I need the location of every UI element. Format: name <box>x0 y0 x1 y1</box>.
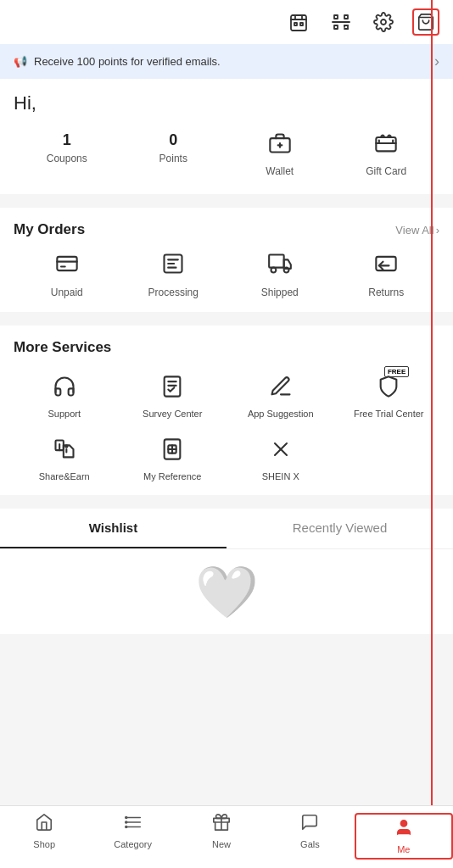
nav-category[interactable]: Category <box>88 813 176 860</box>
coupons-stat[interactable]: 1 Coupons <box>14 131 120 164</box>
nav-new[interactable]: New <box>177 813 266 860</box>
settings-icon[interactable] <box>370 8 397 36</box>
wallet-icon <box>268 131 292 160</box>
svg-point-26 <box>271 268 276 273</box>
unpaid-label: Unpaid <box>51 287 83 298</box>
gals-icon <box>300 813 319 837</box>
unpaid-order[interactable]: Unpaid <box>14 252 120 298</box>
free-badge: FREE <box>384 366 409 377</box>
gift-card-label: Gift Card <box>366 165 406 177</box>
tabs-section: Wishlist Recently Viewed 🤍 <box>0 509 453 634</box>
services-grid: Support Survey Center App Su <box>14 370 439 481</box>
tab-wishlist[interactable]: Wishlist <box>0 509 226 548</box>
orders-section: My Orders View All › Unpaid <box>0 208 453 312</box>
survey-center-icon <box>155 370 189 403</box>
bag-icon[interactable] <box>412 8 439 36</box>
processing-icon <box>161 252 185 281</box>
svg-point-27 <box>283 268 288 273</box>
shipped-label: Shipped <box>261 287 299 298</box>
survey-center-service[interactable]: Survey Center <box>122 370 224 419</box>
my-reference-service[interactable]: My Reference <box>122 432 224 481</box>
svg-point-35 <box>65 445 67 447</box>
me-icon <box>394 818 413 842</box>
svg-point-45 <box>125 817 126 819</box>
tab-recently-viewed[interactable]: Recently Viewed <box>226 509 453 548</box>
nav-me[interactable]: Me <box>355 813 453 860</box>
nav-gals[interactable]: Gals <box>266 813 354 860</box>
svg-point-48 <box>400 821 406 826</box>
orders-header: My Orders View All › <box>14 221 439 238</box>
share-earn-label: Share&Earn <box>39 471 90 481</box>
points-stat[interactable]: 0 Points <box>120 131 227 164</box>
app-suggestion-label: App Suggestion <box>248 409 314 419</box>
processing-order[interactable]: Processing <box>120 252 227 298</box>
survey-center-label: Survey Center <box>143 409 202 419</box>
stats-row: 1 Coupons 0 Points Wallet <box>14 131 439 177</box>
banner-content: 📢 Receive 100 points for verified emails… <box>14 55 221 68</box>
services-section: More Services Support <box>0 326 453 495</box>
svg-rect-16 <box>377 137 396 151</box>
nav-shop[interactable]: Shop <box>0 813 88 860</box>
scan-icon[interactable] <box>327 8 355 36</box>
support-icon <box>48 370 81 403</box>
app-suggestion-icon <box>264 370 298 403</box>
nav-shop-label: Shop <box>33 839 55 849</box>
svg-rect-4 <box>294 23 297 25</box>
free-trial-icon-wrapper: FREE <box>372 370 405 403</box>
bottom-nav: Shop Category New <box>0 805 453 868</box>
my-reference-icon <box>155 432 189 466</box>
gift-card-stat[interactable]: Gift Card <box>333 131 440 177</box>
returns-order[interactable]: Returns <box>333 252 440 298</box>
wallet-stat[interactable]: Wallet <box>226 131 333 177</box>
svg-point-47 <box>125 826 126 828</box>
gift-card-icon <box>374 131 398 160</box>
shein-x-label: SHEIN X <box>262 471 299 481</box>
shein-x-service[interactable]: SHEIN X <box>230 432 332 481</box>
wallet-label: Wallet <box>266 165 294 177</box>
my-reference-label: My Reference <box>143 471 201 481</box>
svg-point-11 <box>381 19 386 25</box>
wishlist-content: 🤍 <box>0 549 453 634</box>
banner-chevron-icon: › <box>434 53 439 70</box>
speaker-icon: 📢 <box>14 55 27 68</box>
svg-rect-5 <box>300 23 303 25</box>
home-icon <box>35 813 53 837</box>
svg-point-46 <box>125 821 126 823</box>
promo-banner[interactable]: 📢 Receive 100 points for verified emails… <box>0 44 453 79</box>
support-service[interactable]: Support <box>14 370 115 419</box>
top-header <box>0 0 453 44</box>
svg-rect-21 <box>57 257 76 270</box>
orders-title: My Orders <box>14 221 85 238</box>
nav-category-label: Category <box>114 839 152 849</box>
shein-x-icon <box>264 432 298 466</box>
banner-message: Receive 100 points for verified emails. <box>34 55 221 68</box>
svg-rect-25 <box>269 255 284 268</box>
services-header: More Services <box>14 339 439 356</box>
share-earn-service[interactable]: Share&Earn <box>14 432 115 481</box>
calendar-icon[interactable] <box>285 8 312 36</box>
shipped-icon <box>268 252 292 281</box>
profile-section: Hi, 1 Coupons 0 Points Wallet <box>0 79 453 194</box>
app-suggestion-service[interactable]: App Suggestion <box>230 370 332 419</box>
free-trial-center-service[interactable]: FREE Free Trial Center <box>338 370 440 419</box>
unpaid-icon <box>55 252 79 281</box>
coupons-label: Coupons <box>47 153 87 164</box>
coupons-count: 1 <box>63 131 71 149</box>
shipped-order[interactable]: Shipped <box>226 252 333 298</box>
services-title: More Services <box>14 339 111 356</box>
new-icon <box>212 813 231 837</box>
category-icon <box>124 813 143 837</box>
view-all-link[interactable]: View All › <box>395 224 439 236</box>
svg-rect-30 <box>165 376 181 396</box>
processing-label: Processing <box>148 287 199 298</box>
empty-wishlist-heart-icon: 🤍 <box>195 562 259 622</box>
chevron-right-icon: › <box>436 224 439 236</box>
share-earn-icon <box>48 432 81 466</box>
points-count: 0 <box>169 131 177 149</box>
nav-gals-label: Gals <box>300 839 320 849</box>
orders-row: Unpaid Processing Shipped <box>14 252 439 298</box>
support-label: Support <box>48 409 81 419</box>
greeting-text: Hi, <box>14 92 439 114</box>
svg-rect-0 <box>291 15 306 31</box>
nav-me-label: Me <box>397 844 410 854</box>
